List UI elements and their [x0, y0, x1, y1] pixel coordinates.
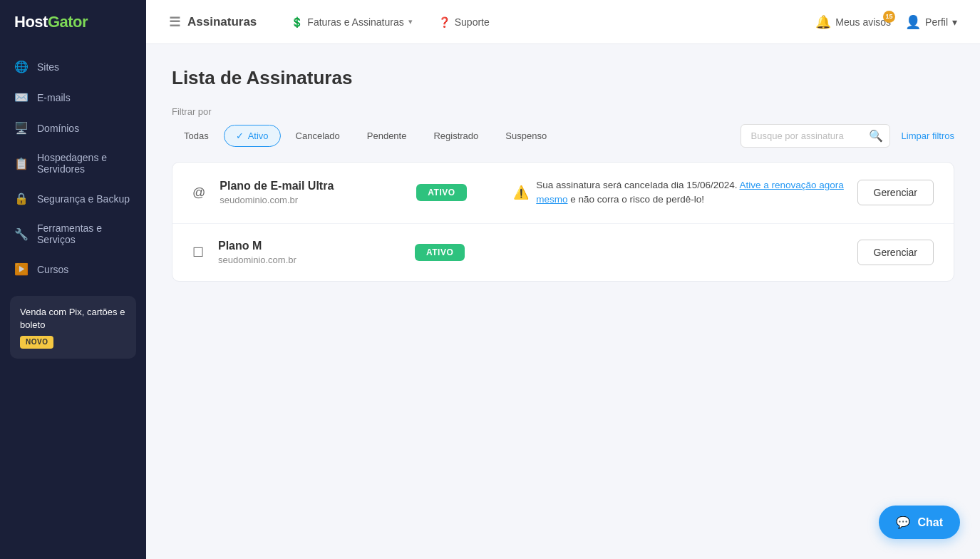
filter-todas[interactable]: Todas	[172, 125, 221, 147]
topbar-title-section: ☰ Assinaturas	[169, 14, 257, 30]
sidebar-item-sites[interactable]: 🌐 Sites	[0, 51, 146, 82]
alert-text: Sua assinatura será cancelada dia 15/06/…	[536, 178, 845, 207]
alert-icon: ⚠️	[513, 185, 529, 200]
clear-filters-button[interactable]: Limpar filtros	[902, 130, 954, 141]
topbar-nav-suporte[interactable]: ❓ Suporte	[427, 11, 501, 34]
sidebar-item-label: Hospedagens e Servidores	[37, 152, 132, 175]
status-badge: ATIVO	[415, 244, 465, 261]
seguranca-icon: 🔒	[14, 192, 29, 205]
sidebar-item-label: E-mails	[37, 92, 71, 103]
renew-link[interactable]: Ative a renovação agora mesmo	[536, 180, 844, 205]
manage-button-2[interactable]: Gerenciar	[857, 240, 934, 265]
chevron-down-icon: ▾	[408, 17, 413, 26]
status-badge: ATIVO	[416, 184, 466, 201]
sidebar-item-dominios[interactable]: 🖥️ Domínios	[0, 113, 146, 143]
logo: HostGator	[0, 0, 146, 44]
sub-action: Gerenciar	[857, 180, 934, 205]
filter-suspenso[interactable]: Suspenso	[493, 125, 559, 147]
filter-cancelado[interactable]: Cancelado	[284, 125, 352, 147]
suporte-label: Suporte	[455, 16, 490, 28]
table-row: @ Plano de E-mail Ultra seudominio.com.b…	[172, 163, 954, 224]
filter-ativo[interactable]: ✓ Ativo	[224, 125, 281, 147]
sub-action: Gerenciar	[857, 240, 934, 265]
filter-pendente[interactable]: Pendente	[355, 125, 419, 147]
search-icon: 🔍	[869, 129, 883, 143]
sidebar-item-cursos[interactable]: ▶️ Cursos	[0, 254, 146, 284]
dominios-icon: 🖥️	[14, 121, 29, 135]
sub-domain: seudominio.com.br	[220, 195, 405, 205]
faturas-label: Faturas e Assinaturas	[307, 16, 403, 28]
search-input[interactable]	[741, 124, 890, 148]
bell-icon: 🔔	[815, 14, 831, 30]
profile-button[interactable]: 👤 Perfil ▾	[905, 14, 957, 30]
main-content: ☰ Assinaturas 💲 Faturas e Assinaturas ▾ …	[146, 0, 980, 559]
page-content: Lista de Assinaturas Filtrar por Todas ✓…	[146, 44, 980, 559]
promo-text: Venda com Pix, cartões e boleto	[20, 306, 126, 332]
sites-icon: 🌐	[14, 60, 29, 73]
sidebar: HostGator 🌐 Sites ✉️ E-mails 🖥️ Domínios…	[0, 0, 146, 559]
profile-chevron-icon: ▾	[952, 16, 957, 28]
sidebar-item-label: Ferramentas e Serviços	[37, 222, 132, 245]
sidebar-item-label: Cursos	[37, 264, 68, 275]
ferramentas-icon: 🔧	[14, 227, 29, 241]
sub-status: ATIVO	[416, 184, 502, 201]
chat-icon: 💬	[896, 516, 910, 529]
topbar-title: Assinaturas	[187, 15, 257, 29]
subscription-list: @ Plano de E-mail Ultra seudominio.com.b…	[172, 162, 954, 282]
suporte-icon: ❓	[438, 16, 450, 28]
profile-label: Perfil	[925, 16, 948, 28]
filter-section: Filtrar por Todas ✓ Ativo Cancelado Pend…	[172, 106, 954, 148]
sidebar-item-label: Sites	[37, 61, 59, 73]
novo-badge: NOVO	[20, 336, 53, 349]
cursos-icon: ▶️	[14, 262, 29, 276]
sidebar-item-ferramentas[interactable]: 🔧 Ferramentas e Serviços	[0, 214, 146, 254]
topbar-title-icon: ☰	[169, 14, 180, 30]
manage-button-1[interactable]: Gerenciar	[857, 180, 934, 205]
checkmark-icon: ✓	[236, 130, 244, 141]
user-icon: 👤	[905, 14, 921, 30]
chat-button[interactable]: 💬 Chat	[879, 506, 960, 539]
filter-search: 🔍	[741, 124, 890, 148]
notification-badge: 15	[883, 11, 895, 23]
sub-name: Plano M	[218, 240, 403, 252]
sub-info: Plano de E-mail Ultra seudominio.com.br	[220, 180, 405, 205]
filter-registrado[interactable]: Registrado	[421, 125, 490, 147]
page-title: Lista de Assinaturas	[172, 67, 954, 89]
sidebar-nav: 🌐 Sites ✉️ E-mails 🖥️ Domínios 📋 Hospeda…	[0, 44, 146, 559]
faturas-icon: 💲	[291, 16, 303, 28]
sub-name: Plano de E-mail Ultra	[220, 180, 405, 193]
hospedagens-icon: 📋	[14, 157, 29, 170]
hosting-plan-icon: ☐	[192, 245, 204, 260]
topbar: ☰ Assinaturas 💲 Faturas e Assinaturas ▾ …	[146, 0, 980, 44]
sidebar-item-seguranca[interactable]: 🔒 Segurança e Backup	[0, 183, 146, 214]
sidebar-item-hospedagens[interactable]: 📋 Hospedagens e Servidores	[0, 143, 146, 183]
table-row: ☐ Plano M seudominio.com.br ATIVO Gerenc…	[172, 224, 954, 281]
emails-icon: ✉️	[14, 91, 29, 104]
topbar-nav-faturas[interactable]: 💲 Faturas e Assinaturas ▾	[279, 11, 423, 34]
sub-domain: seudominio.com.br	[218, 255, 403, 265]
sidebar-item-emails[interactable]: ✉️ E-mails	[0, 82, 146, 113]
topbar-nav: 💲 Faturas e Assinaturas ▾ ❓ Suporte	[279, 11, 815, 34]
sub-alert: ⚠️ Sua assinatura será cancelada dia 15/…	[513, 178, 845, 207]
sidebar-item-label: Segurança e Backup	[37, 193, 130, 205]
chat-label: Chat	[917, 516, 943, 529]
sub-info: Plano M seudominio.com.br	[218, 240, 403, 265]
notifications-button[interactable]: 🔔 15 Meus avisos	[815, 14, 891, 30]
sidebar-promo[interactable]: Venda com Pix, cartões e boleto NOVO	[10, 296, 136, 359]
topbar-actions: 🔔 15 Meus avisos 👤 Perfil ▾	[815, 14, 957, 30]
sub-status: ATIVO	[415, 244, 500, 261]
filter-label: Filtrar por	[172, 106, 954, 117]
filter-search-wrapper: 🔍 Limpar filtros	[741, 124, 954, 148]
filter-bar: Todas ✓ Ativo Cancelado Pendente Registr…	[172, 124, 954, 148]
sidebar-item-label: Domínios	[37, 123, 79, 134]
email-plan-icon: @	[192, 185, 205, 200]
